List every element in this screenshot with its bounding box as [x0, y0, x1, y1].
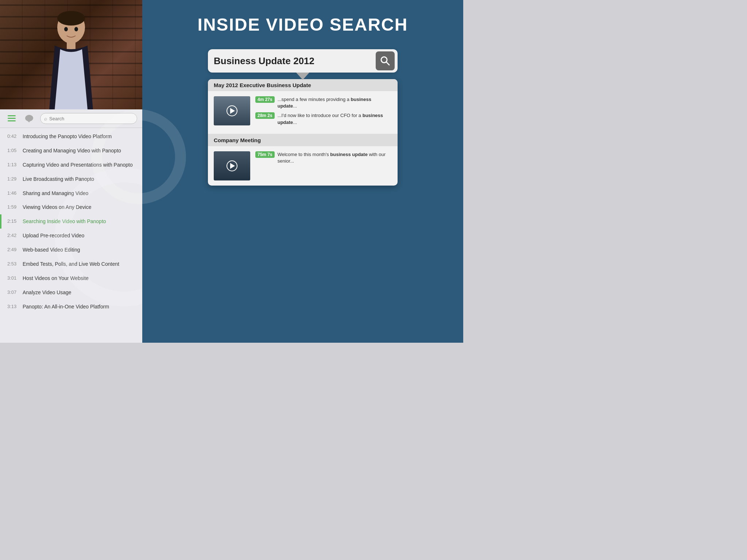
- toc-title-12: Panopto: An All-in-One Video Platform: [23, 303, 109, 310]
- svg-rect-7: [8, 120, 16, 121]
- toc-item-9[interactable]: 2:53 Embed Tests, Polls, and Live Web Co…: [0, 257, 142, 271]
- toc-time-5: 1:59: [7, 204, 19, 210]
- toc-time-6: 2:15: [7, 218, 19, 224]
- toc-item-0[interactable]: 0:42 Introducing the Panopto Video Platf…: [0, 129, 142, 144]
- result-group-title-2: Company Meeting: [208, 134, 398, 146]
- toc-item-6[interactable]: 2:15 Searching Inside Video with Panopto: [0, 214, 142, 229]
- toc-time-7: 2:42: [7, 232, 19, 238]
- svg-point-4: [74, 27, 78, 31]
- play-button-1[interactable]: [227, 105, 237, 116]
- chat-icon: [25, 114, 34, 122]
- toc-time-10: 3:01: [7, 275, 19, 281]
- right-panel: INSIDE VIDEO SEARCH Business Update 2012…: [142, 0, 463, 343]
- svg-line-10: [386, 62, 389, 65]
- slide-search-icon: [376, 51, 395, 70]
- slide-search-box: Business Update 2012: [208, 49, 398, 73]
- toc-title-1: Creating and Managing Video with Panopto: [23, 147, 121, 154]
- toc-item-1[interactable]: 1:05 Creating and Managing Video with Pa…: [0, 144, 142, 158]
- toc-time-9: 2:53: [7, 261, 19, 267]
- result-hit-2a: 75m 7s Welcome to this month's business …: [255, 151, 392, 164]
- toc-title-3: Live Broadcasting with Panopto: [23, 176, 94, 183]
- toc-title-7: Upload Pre-recorded Video: [23, 232, 84, 239]
- result-thumb-1: [214, 96, 250, 125]
- result-hit-1a: 4m 27s ...spend a few minutes providing …: [255, 96, 392, 109]
- result-hit-1b: 28m 2s ...I'd now like to introduce our …: [255, 112, 392, 125]
- toc-time-8: 2:49: [7, 246, 19, 252]
- toc-title-9: Embed Tests, Polls, and Live Web Content: [23, 261, 119, 268]
- search-control[interactable]: ⌕: [40, 113, 137, 124]
- toc-item-4[interactable]: 1:46 Sharing and Managing Video: [0, 186, 142, 201]
- toc-title-4: Sharing and Managing Video: [23, 190, 88, 197]
- toc-time-2: 1:13: [7, 162, 19, 167]
- svg-rect-6: [8, 118, 16, 119]
- list-icon: [8, 115, 16, 122]
- result-body-1: 4m 27s ...spend a few minutes providing …: [255, 96, 392, 129]
- toc-item-7[interactable]: 2:42 Upload Pre-recorded Video: [0, 229, 142, 243]
- main-layout: ⌕ 0:42 Introducing the Panopto Video Pla…: [0, 0, 463, 343]
- toc-title-6: Searching Inside Video with Panopto: [23, 218, 106, 225]
- toc-time-0: 0:42: [7, 133, 19, 139]
- toc-item-10[interactable]: 3:01 Host Videos on Your Website: [0, 271, 142, 285]
- controls-bar: ⌕: [0, 109, 142, 128]
- result-item-2[interactable]: 75m 7s Welcome to this month's business …: [208, 146, 398, 186]
- hit-text-1a: ...spend a few minutes providing a busin…: [278, 96, 392, 109]
- slide-search-query: Business Update 2012: [214, 55, 376, 67]
- result-group-title-1: May 2012 Executive Business Update: [208, 79, 398, 91]
- time-badge-1b: 28m 2s: [255, 112, 275, 119]
- time-badge-1a: 4m 27s: [255, 96, 275, 103]
- toc-item-5[interactable]: 1:59 Viewing Videos on Any Device: [0, 200, 142, 214]
- hit-text-1b: ...I'd now like to introduce our CFO for…: [278, 112, 392, 125]
- chat-button[interactable]: [23, 113, 36, 124]
- toc-time-3: 1:29: [7, 176, 19, 182]
- result-body-2: 75m 7s Welcome to this month's business …: [255, 151, 392, 180]
- svg-point-3: [64, 27, 68, 31]
- result-item-1[interactable]: 4m 27s ...spend a few minutes providing …: [208, 91, 398, 134]
- toc-item-11[interactable]: 3:07 Analyze Video Usage: [0, 285, 142, 300]
- toc-time-11: 3:07: [7, 289, 19, 295]
- svg-point-1: [57, 11, 85, 26]
- toc-title-11: Analyze Video Usage: [23, 289, 71, 296]
- toc-title-5: Viewing Videos on Any Device: [23, 204, 92, 211]
- toc-title-8: Web-based Video Editing: [23, 246, 80, 253]
- toc-time-1: 1:05: [7, 147, 19, 153]
- toc-time-12: 3:13: [7, 303, 19, 309]
- toc-item-2[interactable]: 1:13 Capturing Video and Presentations w…: [0, 158, 142, 172]
- left-panel: ⌕ 0:42 Introducing the Panopto Video Pla…: [0, 0, 142, 343]
- dropdown-arrow: [296, 73, 309, 80]
- toc-list: 0:42 Introducing the Panopto Video Platf…: [0, 128, 142, 343]
- svg-rect-2: [67, 42, 76, 49]
- search-icon: ⌕: [44, 116, 47, 121]
- svg-rect-5: [8, 115, 16, 116]
- svg-point-8: [25, 115, 33, 121]
- toc-title-10: Host Videos on Your Website: [23, 275, 89, 282]
- toc-title-2: Capturing Video and Presentations with P…: [23, 162, 133, 168]
- play-button-2[interactable]: [227, 160, 237, 171]
- slide-content: INSIDE VIDEO SEARCH Business Update 2012…: [142, 0, 463, 343]
- magnifier-icon: [380, 56, 390, 66]
- toc-item-12[interactable]: 3:13 Panopto: An All-in-One Video Platfo…: [0, 300, 142, 314]
- search-input[interactable]: [49, 116, 133, 121]
- toc-item-8[interactable]: 2:49 Web-based Video Editing: [0, 243, 142, 257]
- presenter-image: [35, 7, 108, 109]
- toc-title-0: Introducing the Panopto Video Platform: [23, 133, 112, 140]
- hit-text-2a: Welcome to this month's business update …: [278, 151, 392, 164]
- result-thumb-2: [214, 151, 250, 180]
- slide-title: INSIDE VIDEO SEARCH: [198, 15, 408, 35]
- video-thumbnail[interactable]: [0, 0, 142, 109]
- toc-time-4: 1:46: [7, 190, 19, 196]
- time-badge-2a: 75m 7s: [255, 151, 275, 158]
- toc-item-3[interactable]: 1:29 Live Broadcasting with Panopto: [0, 172, 142, 186]
- list-view-button[interactable]: [5, 113, 18, 124]
- search-results-panel: May 2012 Executive Business Update 4m 27…: [208, 79, 398, 186]
